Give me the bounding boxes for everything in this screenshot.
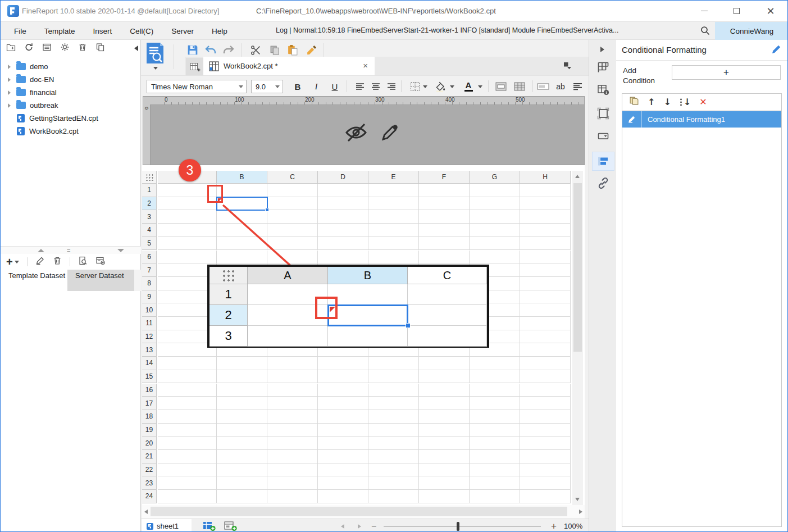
cell-C23[interactable] (267, 476, 318, 490)
cell-H3[interactable] (520, 210, 571, 224)
undo-icon[interactable] (204, 44, 217, 56)
zoom-in-button[interactable]: + (551, 519, 557, 532)
cell-B9[interactable] (217, 290, 267, 304)
cell-E19[interactable] (368, 424, 419, 437)
cell-H12[interactable] (520, 330, 571, 344)
cell-A18[interactable] (158, 410, 217, 424)
settings-gear-icon[interactable] (60, 43, 70, 54)
cell-C12[interactable] (267, 330, 318, 344)
row-header-12[interactable]: 12 (142, 330, 157, 344)
cell-C13[interactable] (267, 343, 318, 357)
row-header-3[interactable]: 3 (142, 210, 157, 224)
report-grid[interactable]: BCDEFGH123456789101112131415161718192021… (142, 165, 585, 505)
cell-E2[interactable] (368, 197, 419, 211)
search-icon[interactable] (700, 26, 710, 38)
cell-F1[interactable] (419, 184, 470, 197)
cell-B19[interactable] (217, 424, 267, 437)
cell-A4[interactable] (158, 224, 217, 237)
cell-C19[interactable] (267, 424, 318, 437)
cell-G4[interactable] (470, 224, 520, 237)
cell-D9[interactable] (318, 290, 368, 304)
cell-C6[interactable] (267, 251, 318, 264)
cell-F11[interactable] (419, 317, 470, 330)
cell-E6[interactable] (368, 251, 419, 264)
cell-C10[interactable] (267, 303, 318, 317)
cell-D16[interactable] (318, 384, 368, 397)
fill-color-icon[interactable] (434, 80, 447, 93)
cell-A15[interactable] (158, 370, 217, 384)
add-report-sheet-icon[interactable] (203, 521, 216, 532)
cell-B23[interactable] (217, 476, 267, 490)
cell-G6[interactable] (470, 251, 520, 264)
cell-E11[interactable] (368, 317, 419, 330)
preview-dropdown-icon[interactable] (153, 67, 158, 70)
tree-item-gettingstarteden-cpt[interactable]: GettingStartedEN.cpt (1, 112, 141, 125)
cell-F24[interactable] (419, 490, 470, 503)
cell-H16[interactable] (520, 384, 571, 397)
condition-attributes-icon-active[interactable] (592, 152, 614, 171)
cell-E9[interactable] (368, 290, 419, 304)
cell-G18[interactable] (470, 410, 520, 424)
menu-help[interactable]: Help (212, 27, 227, 35)
cell-C5[interactable] (267, 237, 318, 251)
menu-server[interactable]: Server (171, 27, 194, 35)
preview-dataset-icon[interactable] (78, 256, 88, 267)
edit-pencil-icon[interactable] (380, 123, 399, 144)
cell-A1[interactable] (158, 184, 217, 197)
cell-A10[interactable] (158, 303, 217, 317)
cell-G12[interactable] (470, 330, 520, 344)
cell-A13[interactable] (158, 343, 217, 357)
tree-item-financial[interactable]: financial (1, 86, 141, 99)
cell-G19[interactable] (470, 424, 520, 437)
splitter-handle-icon[interactable]: = (67, 247, 71, 254)
column-header-e[interactable]: E (368, 171, 419, 184)
zoom-out-button[interactable]: − (371, 519, 376, 532)
row-header-9[interactable]: 9 (142, 290, 157, 304)
expand-arrow-icon[interactable] (5, 103, 13, 108)
shrink-text-button[interactable]: ab (554, 80, 567, 93)
cell-D8[interactable] (318, 277, 368, 290)
cell-D23[interactable] (318, 476, 368, 490)
cell-H23[interactable] (520, 476, 571, 490)
cell-A14[interactable] (158, 357, 217, 370)
cell-G2[interactable] (470, 197, 520, 211)
cell-D14[interactable] (318, 357, 368, 370)
cell-C18[interactable] (267, 410, 318, 424)
cell-F4[interactable] (419, 224, 470, 237)
cell-G8[interactable] (470, 277, 520, 290)
tab-server-dataset[interactable]: Server Dataset (67, 270, 134, 291)
expand-arrow-icon[interactable] (5, 90, 13, 95)
cell-C17[interactable] (267, 397, 318, 410)
tab-list-icon[interactable] (563, 61, 572, 72)
cell-widget-icon[interactable] (537, 80, 549, 93)
copy-template-icon[interactable] (95, 43, 105, 54)
minimize-button[interactable] (690, 1, 718, 21)
new-folder-icon[interactable] (6, 43, 16, 54)
row-header-21[interactable]: 21 (142, 450, 157, 463)
cell-H4[interactable] (520, 224, 571, 237)
cell-D7[interactable] (318, 263, 368, 277)
fill-color-dropdown-icon[interactable] (449, 80, 456, 93)
cell-G22[interactable] (470, 463, 520, 477)
cell-G14[interactable] (470, 357, 520, 370)
cell-F22[interactable] (419, 463, 470, 477)
delete-icon[interactable] (78, 43, 87, 54)
paste-icon[interactable] (286, 44, 299, 56)
copy-icon[interactable] (268, 44, 281, 56)
cell-element-icon[interactable] (596, 60, 611, 75)
cell-E1[interactable] (368, 184, 419, 197)
cell-F15[interactable] (419, 370, 470, 384)
add-form-sheet-icon[interactable] (224, 521, 238, 532)
collapse-left-panel-icon[interactable] (134, 46, 138, 51)
cell-H5[interactable] (520, 237, 571, 251)
cell-F21[interactable] (419, 450, 470, 463)
column-header-d[interactable]: D (318, 171, 368, 184)
font-size-select[interactable]: 9.0 (251, 80, 283, 93)
tab-sheet1[interactable]: sheet1 (142, 519, 192, 532)
cell-C16[interactable] (267, 384, 318, 397)
cell-B10[interactable] (217, 303, 267, 317)
cell-H15[interactable] (520, 370, 571, 384)
italic-button[interactable]: I (310, 80, 322, 93)
underline-button[interactable]: U (329, 80, 341, 93)
scroll-right-icon[interactable] (579, 510, 582, 514)
